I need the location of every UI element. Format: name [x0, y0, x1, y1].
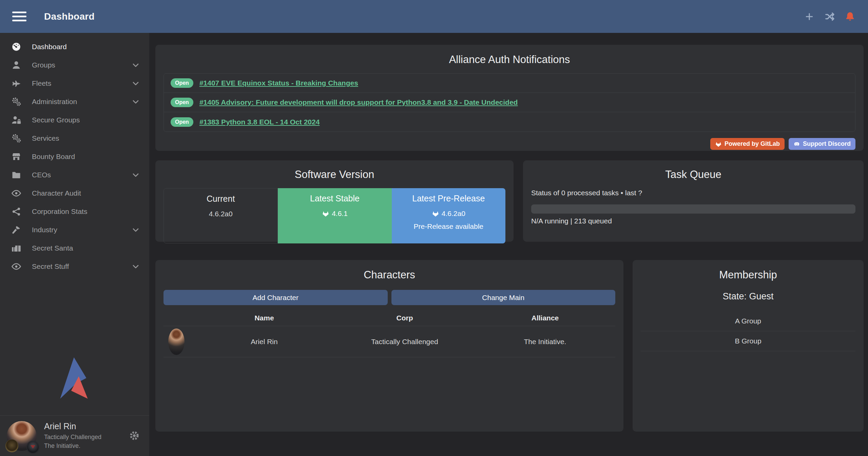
- sidebar-item-bounty-board[interactable]: Bounty Board: [0, 147, 149, 166]
- gears-icon: [10, 133, 22, 144]
- add-character-icon[interactable]: [804, 11, 815, 22]
- task-queue-panel: Task Queue Status of 0 processed tasks •…: [523, 160, 864, 242]
- sidebar-item-label: Industry: [32, 226, 131, 234]
- task-queue-queue-line: N/A running | 213 queued: [531, 217, 855, 225]
- sidebar-item-dashboard[interactable]: Dashboard: [0, 38, 149, 56]
- eye-icon: [10, 188, 22, 199]
- version-value: 4.6.1: [332, 210, 348, 218]
- sidebar-item-label: Secure Groups: [32, 116, 140, 124]
- user-settings-gear-icon[interactable]: [129, 430, 140, 442]
- user-panel: Ariel Rin Tactically Challenged The Init…: [0, 415, 149, 456]
- chevron-down-icon: [131, 170, 140, 180]
- page-title: Dashboard: [44, 11, 95, 22]
- version-cell-name: Current: [164, 194, 277, 204]
- cell-character-name: Ariel Rin: [194, 338, 334, 346]
- eye-icon: [10, 261, 22, 272]
- status-badge: Open: [171, 117, 193, 127]
- status-badge: Open: [171, 98, 193, 107]
- alliance-auth-logo: [0, 357, 149, 400]
- navbar-left: Dashboard: [12, 11, 95, 22]
- chevron-down-icon: [131, 262, 140, 271]
- software-version-cells: Current 4.6.2a0 Latest Stable 4.6.1 Late…: [163, 188, 505, 243]
- sidebar-item-industry[interactable]: Industry: [0, 221, 149, 239]
- sidebar-item-character-audit[interactable]: Character Audit: [0, 184, 149, 202]
- version-cell-latest-prerelease: Latest Pre-Release 4.6.2a0 Pre-Release a…: [392, 188, 505, 243]
- chevron-down-icon: [131, 60, 140, 70]
- sidebar-item-label: Dashboard: [32, 43, 140, 51]
- main-content: Alliance Auth Notifications Open #1407 E…: [149, 33, 868, 456]
- task-queue-status-line: Status of 0 processed tasks • last ?: [531, 189, 855, 197]
- sidebar-item-fleets[interactable]: Fleets: [0, 74, 149, 93]
- notification-link[interactable]: #1405 Advisory: Future development will …: [199, 98, 518, 106]
- change-main-shuffle-icon[interactable]: [824, 11, 835, 22]
- add-character-button[interactable]: Add Character: [163, 290, 388, 305]
- share-nodes-icon: [10, 206, 22, 217]
- prerelease-note: Pre-Release available: [392, 222, 505, 231]
- support-discord-badge[interactable]: Support Discord: [789, 138, 855, 150]
- sidebar-item-corporation-stats[interactable]: Corporation Stats: [0, 202, 149, 221]
- user-corp: Tactically Challenged: [44, 433, 129, 441]
- sidebar-item-label: Administration: [32, 98, 131, 106]
- membership-title: Membership: [641, 269, 855, 281]
- notifications-bell-icon[interactable]: [844, 11, 856, 22]
- character-portrait: [168, 329, 185, 355]
- version-cell-current: Current 4.6.2a0: [163, 188, 278, 243]
- sidebar-item-secret-santa[interactable]: Secret Santa: [0, 239, 149, 257]
- menu-toggle-icon[interactable]: [12, 12, 26, 21]
- user-lock-icon: [10, 115, 22, 125]
- sidebar-item-groups[interactable]: Groups: [0, 56, 149, 74]
- change-main-button[interactable]: Change Main: [391, 290, 616, 305]
- sidebar-item-administration[interactable]: Administration: [0, 93, 149, 111]
- version-value: 4.6.2a0: [442, 210, 465, 218]
- chevron-down-icon: [131, 225, 140, 235]
- navbar: Dashboard: [0, 0, 868, 33]
- row-software-taskqueue: Software Version Current 4.6.2a0 Latest …: [155, 160, 864, 242]
- navbar-right: [804, 11, 856, 22]
- notification-link[interactable]: #1407 EVE Equinox Status - Breaking Chan…: [199, 79, 358, 87]
- characters-buttons: Add Character Change Main: [163, 290, 615, 305]
- user-avatar: [7, 421, 37, 451]
- characters-title: Characters: [163, 269, 615, 281]
- sidebar-item-label: Character Audit: [32, 189, 140, 197]
- gauge-icon: [10, 41, 22, 52]
- notifications-list: Open #1407 EVE Equinox Status - Breaking…: [163, 73, 855, 132]
- sidebar-item-label: Bounty Board: [32, 153, 140, 161]
- task-queue-title: Task Queue: [531, 168, 855, 181]
- list-item: A Group: [641, 311, 855, 331]
- sidebar-item-services[interactable]: Services: [0, 129, 149, 147]
- notifications-footer-badges: Powered by GitLab Support Discord: [163, 138, 855, 150]
- gitlab-icon: [432, 210, 439, 217]
- fighter-jet-icon: [10, 78, 22, 89]
- task-queue-progress-bar: [531, 204, 855, 214]
- sidebar: Dashboard Groups Fleets Administration: [0, 33, 149, 456]
- gitlab-icon: [322, 210, 329, 217]
- powered-by-gitlab-badge[interactable]: Powered by GitLab: [710, 138, 785, 150]
- store-icon: [10, 151, 22, 162]
- characters-table-header: Name Corp Alliance: [163, 310, 615, 326]
- sidebar-item-label: CEOs: [32, 171, 131, 179]
- membership-groups-list: A Group B Group: [641, 311, 855, 351]
- gears-icon: [10, 96, 22, 107]
- sidebar-item-label: Groups: [32, 61, 131, 69]
- list-item: B Group: [641, 331, 855, 351]
- version-cell-name: Latest Stable: [278, 194, 391, 203]
- user-alliance: The Initiative.: [44, 441, 129, 450]
- software-version-panel: Software Version Current 4.6.2a0 Latest …: [155, 160, 514, 242]
- notification-link[interactable]: #1383 Python 3.8 EOL - 14 Oct 2024: [199, 118, 320, 126]
- sidebar-menu: Dashboard Groups Fleets Administration: [0, 33, 149, 276]
- notification-row: Open #1405 Advisory: Future development …: [164, 93, 855, 112]
- notifications-title: Alliance Auth Notifications: [163, 54, 855, 66]
- sidebar-item-label: Corporation Stats: [32, 207, 140, 216]
- table-row: Ariel Rin Tactically Challenged The Init…: [163, 326, 615, 357]
- badge-label: Powered by GitLab: [725, 140, 780, 147]
- column-header-corp: Corp: [334, 314, 475, 322]
- sidebar-item-secret-stuff[interactable]: Secret Stuff: [0, 257, 149, 276]
- characters-table: Name Corp Alliance Ariel Rin Tactically …: [163, 310, 615, 357]
- sidebar-item-secure-groups[interactable]: Secure Groups: [0, 111, 149, 129]
- chevron-down-icon: [131, 79, 140, 88]
- notification-row: Open #1407 EVE Equinox Status - Breaking…: [164, 74, 855, 93]
- sidebar-item-ceos[interactable]: CEOs: [0, 166, 149, 184]
- membership-state: State: Guest: [641, 291, 855, 302]
- column-header-alliance: Alliance: [475, 314, 615, 322]
- membership-panel: Membership State: Guest A Group B Group: [633, 260, 864, 432]
